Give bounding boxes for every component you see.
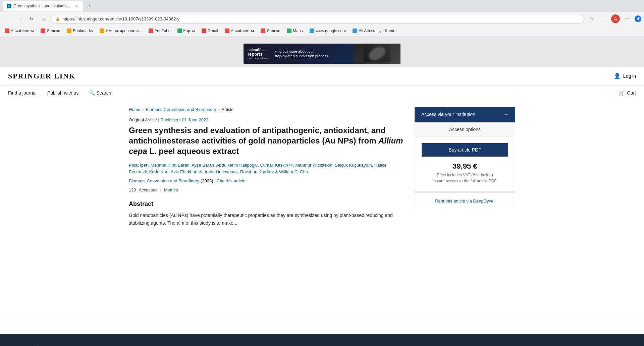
article-journal: Biomass Conversion and Biorefinery (2023… <box>129 178 404 183</box>
bookmark-bookmarks[interactable]: Bookmarks <box>65 28 95 34</box>
buy-box: Buy article PDF 39,95 € Price includes V… <box>415 136 515 192</box>
new-tab-button[interactable]: + <box>85 1 94 11</box>
cart-icon: 🛒 <box>619 90 625 96</box>
access-institution-label: Access via your institution <box>421 112 475 117</box>
bookmark-gmail[interactable]: Gmail <box>200 28 220 34</box>
bookmarks-bar: Авиабилеты Яндекс Bookmarks Импортирован… <box>0 25 644 36</box>
springer-logo[interactable]: SPRINGER LINK <box>8 72 75 80</box>
author-irada[interactable]: Irada Huseynova <box>205 169 237 174</box>
main-content: Home › Biomass Conversion and Biorefiner… <box>121 100 523 233</box>
active-tab[interactable]: S Green synthesis and evaluation c ✕ <box>3 1 83 11</box>
search-icon: 🔍 <box>89 90 95 96</box>
person-icon: 👤 <box>614 73 621 79</box>
bookmark-aviabilety-1[interactable]: Авиабилеты <box>3 28 36 34</box>
article-type: Original Article <box>129 117 157 122</box>
breadcrumb-sep-1: › <box>143 108 144 112</box>
reload-button[interactable]: ↻ <box>27 14 36 23</box>
more-button[interactable]: ⋯ <box>623 14 632 23</box>
bookmark-imported[interactable]: Импортировано и... <box>98 28 144 34</box>
article-published-date: Published: 01 June 2023 <box>160 117 208 122</box>
nav-publish[interactable]: Publish with us <box>47 90 78 96</box>
price-note-access: Instant access to the full article PDF. <box>422 179 508 183</box>
article-main: Home › Biomass Conversion and Biorefiner… <box>129 107 404 227</box>
accesses-count: 120 <box>129 187 136 192</box>
login-button[interactable]: 👤 Log in <box>614 73 636 79</box>
login-label: Log in <box>623 73 636 79</box>
bookmark-maps-1[interactable]: Карты <box>175 28 197 34</box>
article-sidebar: Access via your institution → Access opt… <box>415 107 515 227</box>
author-polat-ipek[interactable]: Polat İpek <box>129 163 148 168</box>
bookmark-aviabilety-2[interactable]: Авиабилеты <box>223 28 256 34</box>
abstract-text: Gold nanoparticles (Au NPs) have potenti… <box>129 212 404 227</box>
breadcrumb-home[interactable]: Home <box>129 107 141 112</box>
arrow-right-icon: → <box>504 112 508 117</box>
rent-box: Rent this article via DeepDyve. <box>415 192 515 209</box>
nav-bar: ← → ↻ ⌂ 🔒 https://link.springer.com/arti… <box>0 12 644 25</box>
tab-title: Green synthesis and evaluation c <box>13 4 72 8</box>
author-william[interactable]: William C. Cho <box>279 169 308 174</box>
privacy-banner: Your Privacy We use cookies to make sure… <box>0 334 644 346</box>
author-mahmut[interactable]: Mahmut Yıldıztekin <box>295 163 332 168</box>
author-aziz[interactable]: Aziz Eftekhari <box>171 169 197 174</box>
profile-button[interactable]: A <box>611 14 620 23</box>
sync-button[interactable]: ↺ <box>635 15 641 22</box>
author-selcuk[interactable]: Selçuk Küçükaydın <box>335 163 372 168</box>
breadcrumb-current: Article <box>221 107 233 112</box>
address-bar[interactable]: 🔒 https://link.springer.com/article/10.1… <box>51 14 584 23</box>
extensions-button[interactable]: ⊞ <box>599 14 608 23</box>
bookmark-maps-2[interactable]: Maps <box>285 28 305 34</box>
bookmark-google[interactable]: www.google.com <box>308 28 348 34</box>
author-mehmet[interactable]: Mehmet Fırat Baran <box>151 163 190 168</box>
bookmark-star-button[interactable]: ☆ <box>587 14 596 23</box>
nav-search-label: Search <box>96 90 111 96</box>
nav-menu: Find a journal Publish with us 🔍 Search … <box>0 85 644 100</box>
home-button[interactable]: ⌂ <box>39 14 48 23</box>
back-button[interactable]: ← <box>3 14 12 23</box>
bookmark-ali[interactable]: Ali Attestasiya Komi... <box>351 28 399 34</box>
url-text: https://link.springer.com/article/10.100… <box>62 16 179 21</box>
ad-content[interactable]: scientific reports nature portfolio Find… <box>244 44 400 64</box>
author-kadri[interactable]: Kadri Kurt <box>149 169 169 174</box>
rent-deepdyve-link[interactable]: Rent this article via DeepDyve. <box>435 198 495 204</box>
privacy-title: Your Privacy <box>13 345 631 346</box>
access-options-label: Access options <box>415 122 515 136</box>
article-meta: Original Article | Published: 01 June 20… <box>129 117 404 122</box>
advertisement-banner: Advertisement scientific reports nature … <box>0 36 644 67</box>
access-institution-button[interactable]: Access via your institution → <box>415 107 515 122</box>
nav-find-journal-label: Find a journal <box>8 90 37 96</box>
buy-article-button[interactable]: Buy article PDF <box>422 143 508 157</box>
bookmark-youtube[interactable]: YouTube <box>147 28 172 34</box>
nav-find-journal[interactable]: Find a journal <box>8 90 37 96</box>
article-title: Green synthesis and evaluation of antipa… <box>129 125 404 157</box>
forward-button[interactable]: → <box>15 14 24 23</box>
nav-publish-label: Publish with us <box>47 90 78 96</box>
author-rovshan[interactable]: Rovshan Khalilov <box>240 169 274 174</box>
tab-bar: S Green synthesis and evaluation c ✕ + <box>0 0 644 12</box>
author-abdulkerim[interactable]: Abdulkerim Hatipoğlu <box>216 163 258 168</box>
tab-favicon: S <box>7 4 11 8</box>
price-note-vat: Price includes VAT (Azerbaijan) <box>422 173 508 177</box>
buy-btn-label: Buy article PDF <box>448 147 481 153</box>
cart-label: Cart <box>627 90 636 96</box>
cart-button[interactable]: 🛒 Cart <box>619 90 636 96</box>
nav-search[interactable]: 🔍 Search <box>89 90 111 96</box>
bookmark-yandex-1[interactable]: Яндекс <box>39 28 62 34</box>
springer-header: SPRINGER LINK 👤 Log in <box>0 67 644 85</box>
article-title-part2: L. peel aqueous extract <box>147 147 239 156</box>
abstract-title: Abstract <box>129 200 404 208</box>
breadcrumb-sep-2: › <box>218 108 220 112</box>
abstract-section: Abstract Gold nanoparticles (Au NPs) hav… <box>129 200 404 227</box>
article-price: 39,95 € <box>422 162 508 171</box>
article-year: (2023) <box>201 178 213 183</box>
journal-link[interactable]: Biomass Conversion and Biorefinery <box>129 178 199 183</box>
article-stats: 120 Accesses | Metrics <box>129 187 404 192</box>
metrics-link[interactable]: Metrics <box>164 187 178 192</box>
author-cumali[interactable]: Cumali Keskin <box>260 163 288 168</box>
bookmark-yandex-2[interactable]: Яндекс <box>259 28 282 34</box>
breadcrumb: Home › Biomass Conversion and Biorefiner… <box>129 107 404 112</box>
tab-close-button[interactable]: ✕ <box>74 3 79 9</box>
breadcrumb-journal[interactable]: Biomass Conversion and Biorefinery <box>146 107 216 112</box>
cite-article-link[interactable]: Cite this article <box>217 178 245 183</box>
author-ayse[interactable]: Ayşe Baran <box>192 163 214 168</box>
article-authors: Polat İpek, Mehmet Fırat Baran, Ayşe Bar… <box>129 162 404 176</box>
